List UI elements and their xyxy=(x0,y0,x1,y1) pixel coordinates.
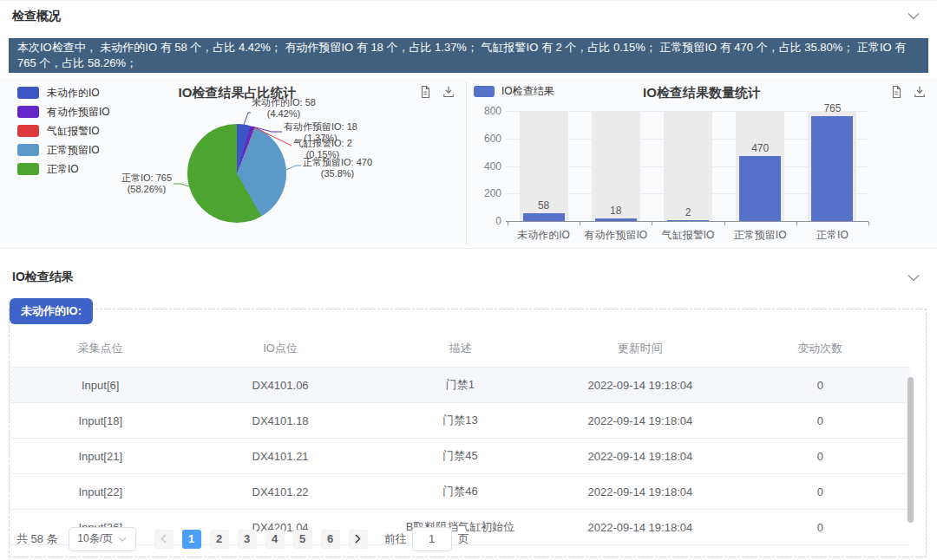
y-axis-tick-label: 0 xyxy=(468,215,501,227)
page-button-3[interactable]: 3 xyxy=(238,530,257,549)
page-button-4[interactable]: 4 xyxy=(265,530,285,549)
table-column-header: IO点位 xyxy=(190,330,370,368)
pie-legend-item[interactable]: 未动作的IO xyxy=(17,83,110,102)
pie-label-percent: (35.8%) xyxy=(303,168,372,179)
bar-value-label: 18 xyxy=(590,205,642,217)
table-row[interactable]: Input[6]DX4101.06门禁12022-09-14 19:18:040 xyxy=(10,368,910,403)
chevron-down-icon xyxy=(118,537,127,542)
overview-section-title: 检查概况 xyxy=(12,9,61,24)
pie-chart[interactable] xyxy=(187,124,286,223)
table-cell: 0 xyxy=(731,474,910,510)
category-badge[interactable]: 未动作的IO: xyxy=(10,298,93,324)
pagination-bar: 共 58 条 10条/页 123456 前往 页 xyxy=(16,522,919,556)
table-column-header: 变动次数 xyxy=(731,330,910,368)
legend-swatch-icon xyxy=(17,144,39,156)
y-axis-tick-label: 200 xyxy=(468,187,501,199)
bar-value-label: 470 xyxy=(734,142,786,154)
page-button-2[interactable]: 2 xyxy=(210,530,229,549)
table-cell: DX4101.22 xyxy=(190,474,370,510)
pager-pages: 123456 xyxy=(178,530,344,549)
bar-有动作预留IO[interactable] xyxy=(595,218,637,221)
results-table: 采集点位IO点位描述更新时间变动次数 Input[6]DX4101.06门禁12… xyxy=(10,330,910,545)
page-size-select[interactable]: 10条/页 xyxy=(69,527,136,551)
y-axis-tick-label: 400 xyxy=(468,160,501,173)
page-button-6[interactable]: 6 xyxy=(321,530,340,549)
table-cell: Input[21] xyxy=(10,439,190,474)
pie-chart-toolbox xyxy=(418,85,455,99)
results-card: 未动作的IO: 采集点位IO点位描述更新时间变动次数 Input[6]DX410… xyxy=(9,309,927,557)
table-cell: 门禁13 xyxy=(370,403,550,439)
y-axis-tick-label: 800 xyxy=(468,105,501,117)
bar-正常IO[interactable] xyxy=(811,116,853,221)
goto-label: 前往 xyxy=(384,531,407,547)
x-axis-category-label: 有动作预留IO xyxy=(580,228,652,243)
table-cell: 门禁45 xyxy=(370,439,550,474)
prev-page-button[interactable] xyxy=(154,530,174,549)
pie-legend-item[interactable]: 正常预留IO xyxy=(17,140,110,160)
results-section-header: IO检查结果 xyxy=(0,262,937,293)
goto-page-input[interactable] xyxy=(412,527,452,551)
next-page-button[interactable] xyxy=(349,530,368,549)
pie-label-percent: (4.42%) xyxy=(252,108,316,120)
x-axis-tick-mark xyxy=(508,222,508,225)
table-row[interactable]: Input[21]DX4101.21门禁452022-09-14 19:18:0… xyxy=(10,439,910,474)
pagination-total: 共 58 条 xyxy=(16,531,58,547)
vertical-scrollbar-thumb[interactable] xyxy=(908,377,914,523)
page-size-value: 10条/页 xyxy=(77,531,113,546)
page-button-5[interactable]: 5 xyxy=(293,530,312,549)
legend-label: 气缸报警IO xyxy=(47,124,100,139)
pie-legend-item[interactable]: 气缸报警IO xyxy=(17,121,110,140)
table-row[interactable]: Input[22]DX4101.22门禁462022-09-14 19:18:0… xyxy=(10,474,910,510)
bar-正常预留IO[interactable] xyxy=(739,156,781,221)
pie-legend-item[interactable]: 正常IO xyxy=(17,160,110,179)
table-cell: 0 xyxy=(731,403,910,439)
download-icon[interactable] xyxy=(442,85,455,99)
x-axis-category-label: 正常预留IO xyxy=(724,228,796,243)
table-cell: Input[22] xyxy=(10,474,190,510)
pie-legend: 未动作的IO有动作预留IO气缸报警IO正常预留IO正常IO xyxy=(17,83,110,179)
legend-swatch-icon xyxy=(17,163,39,175)
summary-banner: 本次IO检查中， 未动作的IO 有 58 个，占比 4.42%； 有动作预留IO… xyxy=(9,38,928,73)
x-axis-category-label: 气缸报警IO xyxy=(652,228,724,243)
pie-data-label: 正常预留IO: 470(35.8%) xyxy=(303,157,372,179)
x-axis-category-label: 正常IO xyxy=(796,228,868,243)
table-cell: Input[6] xyxy=(10,368,190,403)
table-cell: 2022-09-14 19:18:04 xyxy=(550,474,730,510)
goto-unit: 页 xyxy=(458,531,469,547)
data-view-icon[interactable] xyxy=(418,85,432,99)
table-column-header: 描述 xyxy=(370,330,550,368)
bar-气缸报警IO[interactable] xyxy=(667,220,709,221)
table-cell: Input[18] xyxy=(10,403,190,439)
pie-label-percent: (58.26%) xyxy=(121,184,172,195)
legend-swatch-icon xyxy=(17,87,39,99)
charts-area: IO检查结果占比统计 未动作的IO有动作预留IO气缸报警IO正常预留IO正常IO… xyxy=(0,78,937,249)
chevron-down-icon[interactable] xyxy=(908,274,920,282)
legend-swatch-icon xyxy=(17,106,39,118)
table-cell: 2022-09-14 19:18:04 xyxy=(550,403,730,439)
table-cell: 2022-09-14 19:18:04 xyxy=(550,439,730,474)
table-row[interactable]: Input[18]DX4101.18门禁132022-09-14 19:18:0… xyxy=(10,403,910,439)
x-axis-tick-mark xyxy=(868,222,869,225)
pie-label-name-value: 有动作预留IO: 18 xyxy=(284,121,357,133)
table-cell: 门禁46 xyxy=(370,474,550,510)
table-cell: DX4101.21 xyxy=(190,439,370,474)
pie-data-label: 未动作的IO: 58(4.42%) xyxy=(252,97,316,120)
legend-label: 未动作的IO xyxy=(47,86,100,101)
chevron-right-icon xyxy=(355,534,361,544)
pie-chart-panel: IO检查结果占比统计 未动作的IO有动作预留IO气缸报警IO正常预留IO正常IO… xyxy=(9,78,466,248)
summary-banner-text: 本次IO检查中， 未动作的IO 有 58 个，占比 4.42%； 有动作预留IO… xyxy=(17,40,920,71)
bar-未动作的IO[interactable] xyxy=(523,213,565,221)
legend-label: 正常预留IO xyxy=(47,143,100,158)
x-axis-tick-mark xyxy=(652,222,652,225)
pie-label-name-value: 正常IO: 765 xyxy=(121,173,172,184)
chevron-down-icon[interactable] xyxy=(908,12,920,20)
bar-value-label: 2 xyxy=(662,206,714,218)
page-button-1[interactable]: 1 xyxy=(182,530,201,549)
table-cell: 门禁1 xyxy=(370,368,550,403)
bar-value-label: 765 xyxy=(806,102,858,114)
pie-legend-item[interactable]: 有动作预留IO xyxy=(17,102,110,121)
chevron-left-icon xyxy=(161,534,167,544)
results-section-title: IO检查结果 xyxy=(12,270,74,285)
table-cell: 0 xyxy=(731,368,910,403)
x-axis-tick-mark xyxy=(724,222,725,225)
